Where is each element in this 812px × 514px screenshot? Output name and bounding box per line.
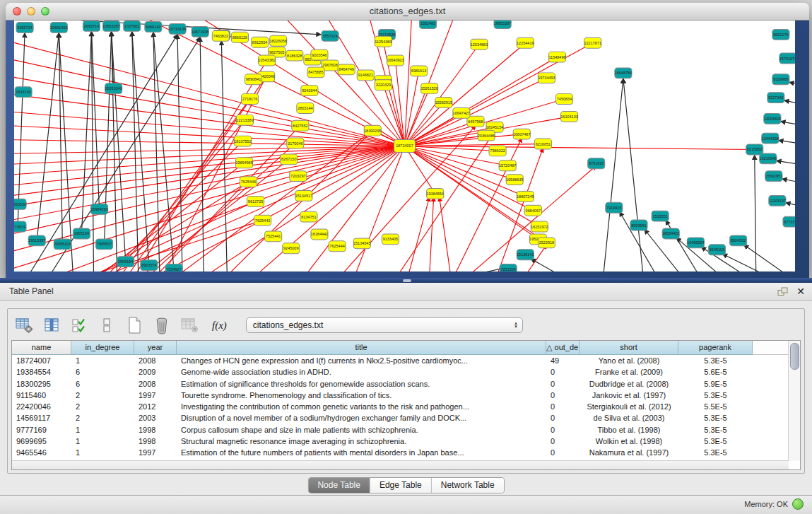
network-canvas[interactable]: 9355724206914062693714106532871327602646… — [14, 21, 795, 271]
graph-node[interactable]: 15582915 — [435, 98, 452, 108]
table-cell[interactable]: 1998 — [134, 436, 177, 447]
graph-node[interactable]: 8860128 — [231, 32, 248, 42]
table-cell[interactable]: 2003 — [134, 412, 177, 424]
table-cell[interactable]: Investigating the contribution of common… — [177, 401, 546, 412]
graph-node[interactable]: 7905507 — [96, 239, 113, 250]
graph-node[interactable]: 2803144 — [297, 103, 314, 114]
graph-node[interactable]: 8475685 — [307, 67, 324, 78]
table-cell[interactable]: 9777169 — [12, 424, 71, 436]
table-row[interactable]: 1830029562008Estimation of significance … — [12, 378, 789, 390]
function-builder-icon[interactable]: f(x) — [212, 320, 227, 332]
table-mode-button[interactable] — [13, 315, 35, 335]
table-cell[interactable]: 5.3E-5 — [678, 390, 753, 401]
new-document-button[interactable] — [124, 315, 145, 335]
table-cell[interactable]: Tibbo et al. (1998) — [579, 424, 678, 436]
table-cell[interactable]: 5.6E-5 — [678, 366, 753, 378]
graph-node[interactable]: 18226058 — [269, 35, 287, 46]
table-cell[interactable]: Corpus callosum shape and size in male p… — [177, 424, 546, 436]
graph-node[interactable]: 15751074 — [779, 53, 795, 64]
table-cell[interactable]: 2009 — [134, 366, 177, 378]
table-cell[interactable]: 5.3E-5 — [678, 436, 753, 447]
tab-node-table[interactable]: Node Table — [308, 478, 370, 493]
table-row[interactable]: 1938455462009Genome-wide association stu… — [12, 366, 789, 378]
row-stack-button[interactable] — [96, 315, 117, 335]
graph-node[interactable]: 12254419 — [517, 37, 534, 48]
graph-node[interactable]: 10647427 — [453, 107, 471, 118]
table-cell[interactable]: 2008 — [134, 378, 177, 390]
graph-node[interactable]: 15134545 — [353, 238, 371, 249]
graph-node[interactable]: 7625446 — [240, 177, 257, 187]
graph-node[interactable]: 20364486 — [478, 130, 495, 141]
graph-node[interactable]: 7203297 — [290, 171, 307, 182]
table-row[interactable]: 977716911998Corpus callosum shape and si… — [12, 424, 789, 436]
table-cell[interactable]: 1998 — [134, 424, 177, 436]
table-cell[interactable]: 1997 — [134, 390, 177, 401]
table-cell[interactable]: 2012 — [134, 401, 177, 412]
table-cell[interactable]: 6 — [71, 378, 134, 390]
graph-node[interactable]: 9684067 — [524, 205, 541, 216]
table-cell[interactable]: 5.3E-5 — [678, 412, 753, 424]
graph-node[interactable]: 8924502 — [730, 235, 747, 246]
table-cell[interactable]: 0 — [546, 401, 579, 412]
table-cell[interactable]: 0 — [546, 390, 579, 401]
column-header-title[interactable]: title — [177, 341, 546, 355]
graph-node[interactable]: 9355724 — [16, 22, 33, 33]
table-row[interactable]: 911546021997Tourette syndrome. Phenomeno… — [12, 390, 789, 401]
graph-node[interactable]: 6773754 — [783, 216, 795, 227]
table-cell[interactable]: 5.9E-5 — [678, 378, 753, 390]
graph-node[interactable]: 8134751 — [300, 211, 317, 222]
horizontal-scrollbar[interactable] — [12, 460, 789, 469]
table-cell[interactable]: Disruption of a novel member of a sodium… — [177, 412, 546, 424]
graph-node[interactable]: 8427552 — [292, 120, 309, 131]
graph-node[interactable]: 16640923 — [387, 55, 404, 66]
graph-node[interactable]: 14671938 — [192, 26, 209, 37]
graph-node[interactable]: 7857224 — [322, 30, 339, 41]
graph-node[interactable]: 25260550 — [14, 199, 26, 209]
tab-network-table[interactable]: Network Table — [432, 478, 504, 493]
graph-node[interactable]: 8186328 — [286, 50, 303, 61]
graph-node[interactable]: 15720487 — [499, 160, 517, 171]
graph-node[interactable]: 2693714 — [83, 21, 100, 31]
graph-node[interactable]: 9245009 — [283, 243, 300, 254]
graph-node[interactable]: 20955103 — [54, 239, 71, 250]
column-header-name[interactable]: name — [12, 341, 71, 355]
graph-node[interactable]: 10807487 — [513, 129, 531, 139]
graph-node[interactable]: 8903574 — [141, 260, 158, 271]
graph-node[interactable]: 12093832 — [764, 113, 782, 124]
graph-node[interactable]: 11254383 — [375, 36, 392, 47]
table-cell[interactable]: 5.5E-5 — [678, 401, 753, 412]
column-header-year[interactable]: year — [134, 341, 177, 355]
table-cell[interactable]: Franke et al. (2009) — [579, 366, 678, 378]
table-cell[interactable]: Changes of HCN gene expression and I(f) … — [177, 355, 546, 366]
graph-node[interactable]: 1533551 — [652, 211, 669, 221]
table-cell[interactable]: 1997 — [134, 447, 177, 458]
graph-node[interactable]: 20053346 — [105, 83, 122, 94]
graph-node[interactable]: 9227343 — [767, 93, 784, 103]
graph-node[interactable]: 12213389 — [236, 115, 254, 125]
graph-node[interactable]: 18054422 — [662, 228, 680, 239]
graph-node[interactable]: 15136141 — [517, 250, 534, 260]
graph-node[interactable]: 18107552 — [234, 136, 252, 146]
graph-node[interactable]: 16151972 — [531, 221, 548, 232]
graph-node[interactable]: 9203546 — [311, 49, 328, 60]
graph-node[interactable]: 10588639 — [506, 175, 524, 185]
table-row[interactable]: 1872400712008Changes of HCN gene express… — [12, 355, 789, 366]
graph-node[interactable]: 6216051 — [534, 139, 551, 149]
graph-node[interactable]: 7251509 — [500, 264, 517, 271]
column-header-pagerank[interactable]: pagerank — [678, 341, 753, 355]
table-cell[interactable]: 2008 — [134, 355, 177, 366]
table-cell[interactable]: 14569117 — [12, 412, 71, 424]
graph-node[interactable]: 18300295 — [364, 125, 382, 136]
graph-node[interactable]: 6497568 — [467, 116, 484, 127]
graph-node[interactable]: 15692951 — [765, 171, 783, 182]
graph-node[interactable]: 8791915 — [588, 158, 605, 169]
table-cell[interactable]: Genome-wide association studies in ADHD. — [177, 366, 546, 378]
panel-divider[interactable] — [0, 278, 812, 283]
table-cell[interactable]: 18724007 — [12, 355, 71, 366]
table-cell[interactable]: 1 — [71, 355, 134, 366]
trash-button[interactable] — [151, 315, 172, 335]
table-cell[interactable]: 0 — [546, 378, 579, 390]
graph-node[interactable]: 9329966 — [772, 74, 789, 85]
graph-node[interactable]: 3170046 — [287, 138, 304, 148]
graph-node[interactable]: 7463822 — [212, 30, 229, 41]
